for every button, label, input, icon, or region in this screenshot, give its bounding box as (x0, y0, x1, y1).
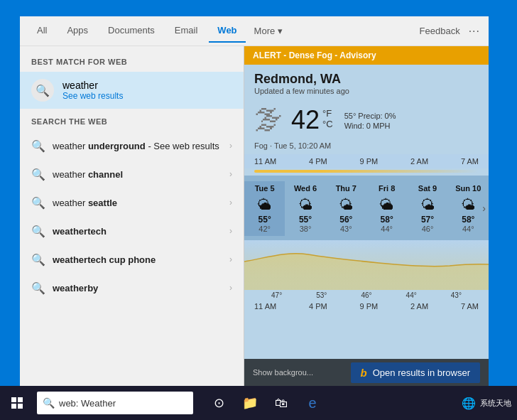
forecast-icon: 🌤 (420, 197, 435, 213)
tab-web[interactable]: Web (209, 19, 245, 43)
weather-timeline-bottom: 11 AM 4 PM 9 PM 2 AM 7 AM (244, 301, 489, 312)
forecast-icon: 🌤 (339, 197, 353, 213)
list-item[interactable]: 🔍 weathertech › (20, 217, 244, 245)
weather-current: 🌫 42 °F °C 55° Precip: 0% Wind: 0 MPH (244, 99, 489, 140)
tab-more[interactable]: More ▾ (249, 20, 288, 42)
forecast-low: 43° (340, 225, 352, 233)
arrow-icon: › (229, 283, 232, 293)
forecast-icon: 🌤 (461, 197, 475, 213)
search-item-text: weather channel (53, 169, 222, 180)
timeline-label: 2 AM (410, 157, 428, 166)
search-item-text: weathertech (53, 226, 222, 237)
chart-labels: 47° 53° 46° 44° 43° (244, 290, 489, 301)
chart-label: 43° (451, 291, 462, 299)
weather-timeline-top: 11 AM 4 PM 9 PM 2 AM 7 AM (244, 154, 489, 168)
timeline-label: 2 AM (410, 302, 428, 311)
search-item-text: weather seattle (53, 198, 222, 208)
forecast-icon: 🌤 (298, 197, 312, 213)
forecast-low: 38° (300, 225, 312, 233)
best-match-item[interactable]: 🔍 weather See web results (20, 72, 244, 109)
forecast-next-arrow[interactable]: › (482, 203, 486, 214)
forecast-day-name: Thu 7 (336, 184, 357, 193)
taskbar: 🔍 web: Weather ⊙ 📁 🛍 e 🌐 系统天地 (0, 386, 517, 420)
temp-c-unit: °C (322, 119, 333, 129)
search-icon: 🔍 (31, 195, 45, 210)
temp-f-unit: °F (322, 108, 333, 119)
taskbar-search-text: web: Weather (59, 398, 116, 409)
tab-all[interactable]: All (28, 19, 55, 43)
tab-documents[interactable]: Documents (99, 19, 163, 43)
timeline-label: 4 PM (309, 302, 327, 311)
timeline-label: 4 PM (309, 157, 327, 166)
forecast-day-name: Tue 5 (255, 184, 275, 193)
forecast-day[interactable]: Thu 7 🌤 56° 43° (326, 181, 366, 236)
forecast-icon: 🌥 (258, 197, 272, 213)
weather-details-1: 55° Precip: 0% (344, 112, 396, 120)
search-bar-icon: 🔍 (43, 397, 55, 409)
weather-details-2: Wind: 0 MPH (344, 122, 396, 130)
forecast-day-name: Sun 10 (455, 184, 481, 193)
forecast-day[interactable]: Sat 9 🌤 57° 46° (407, 181, 447, 236)
cloud-icon: 🌫 (254, 104, 283, 136)
forecast-high: 55° (258, 215, 271, 225)
open-browser-button[interactable]: b Open results in browser (351, 362, 480, 383)
forecast-icon: 🌥 (380, 197, 394, 213)
forecast-day[interactable]: Fri 8 🌥 58° 44° (366, 181, 407, 236)
list-item[interactable]: 🔍 weather channel › (20, 160, 244, 188)
arrow-icon: › (229, 254, 232, 264)
more-options-button[interactable]: ··· (469, 25, 480, 38)
arrow-icon: › (229, 226, 232, 236)
tab-email[interactable]: Email (166, 19, 207, 43)
search-icon: 🔍 (31, 79, 54, 102)
forecast-day[interactable]: Wed 6 🌤 55° 38° (285, 181, 325, 236)
tabs-bar: All Apps Documents Email Web More ▾ Feed… (20, 16, 489, 46)
forecast-high: 58° (381, 215, 393, 225)
list-item[interactable]: 🔍 weathertech cup phone › (20, 245, 244, 274)
timeline-label: 11 AM (254, 302, 276, 311)
forecast-low: 44° (462, 225, 474, 233)
watermark-text: 系统天地 (480, 398, 511, 409)
chart-label: 44° (406, 291, 417, 299)
forecast-high: 58° (462, 215, 474, 225)
forecast-high: 57° (421, 215, 434, 225)
best-match-subtitle[interactable]: See web results (62, 91, 123, 101)
taskbar-right: 🌐 系统天地 (462, 397, 517, 410)
forecast-day-name: Wed 6 (294, 184, 317, 193)
timeline-label: 9 PM (360, 302, 379, 311)
file-explorer-button[interactable]: 📁 (236, 386, 264, 420)
arrow-icon: › (229, 169, 232, 179)
open-browser-bar: Show backgrou... b Open results in brows… (244, 359, 489, 386)
search-item-text: weatherby (53, 283, 222, 294)
start-button[interactable] (0, 386, 34, 420)
weather-alert: ALERT - Dense Fog - Advisory (244, 46, 489, 65)
forecast-day[interactable]: Tue 5 🌥 55° 42° (244, 181, 285, 236)
feedback-button[interactable]: Feedback (420, 26, 460, 36)
arrow-icon: › (229, 198, 232, 208)
arrow-icon: › (229, 141, 232, 151)
timeline-label: 11 AM (254, 157, 276, 166)
forecast-high: 55° (299, 215, 312, 225)
tab-apps[interactable]: Apps (58, 19, 97, 43)
forecast-low: 44° (381, 225, 393, 233)
windows-icon (11, 397, 23, 409)
best-match-info: weather See web results (62, 80, 123, 101)
taskbar-search-bar[interactable]: 🔍 web: Weather (37, 392, 193, 414)
temp-chart (244, 240, 489, 290)
best-match-label: Best match for web (20, 58, 244, 72)
search-item-text: weathertech cup phone (53, 254, 222, 265)
store-button[interactable]: 🛍 (267, 386, 295, 420)
show-background-text: Show backgrou... (253, 368, 313, 377)
best-match-title: weather (62, 80, 123, 91)
list-item[interactable]: 🔍 weather seattle › (20, 188, 244, 217)
search-web-label: Search the web (20, 109, 244, 131)
list-item[interactable]: 🔍 weather underground - See web results … (20, 131, 244, 160)
timeline-label: 9 PM (360, 157, 379, 166)
chart-label: 53° (316, 291, 327, 299)
edge-button[interactable]: e (298, 386, 327, 420)
search-item-text: weather underground - See web results (53, 141, 222, 151)
list-item[interactable]: 🔍 weatherby › (20, 274, 244, 302)
timeline-label: 7 AM (461, 157, 479, 166)
timeline-label: 7 AM (461, 302, 479, 311)
weather-city: Redmond, WA (254, 72, 479, 87)
task-view-button[interactable]: ⊙ (205, 386, 233, 420)
